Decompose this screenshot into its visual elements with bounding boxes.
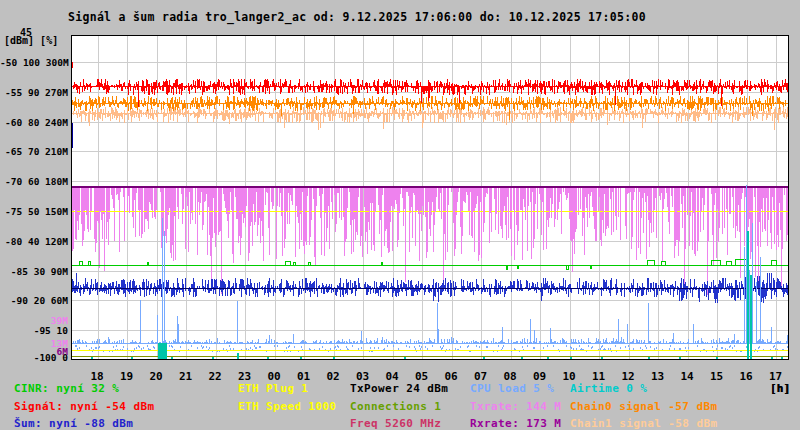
y-tick-label: -60 80 240M [0,117,68,128]
y-tick-label: -75 50 150M [0,206,68,217]
y-tick-label: -55 90 270M [0,87,68,98]
y-tick-label: -65 70 210M [0,146,68,157]
mrtg-signal-noise-page: Signál a šum radia tro_langer2_ac od: 9.… [0,0,800,430]
legend-item: ETH Speed 1000 [238,400,336,413]
side-value-label: 6M [0,346,68,357]
side-value-label: 39M [0,315,68,326]
x-tick-label: 20 [143,370,169,383]
legend-item: TxPower 24 dBm [350,382,448,395]
legend-item: Connections 1 [350,400,441,413]
y-tick-label: -50 100 300M [0,57,68,68]
legend-item: [h] [770,382,791,395]
legend-item: Rxrate: 173 M [470,417,561,430]
x-tick-label: 02 [320,370,346,383]
y-tick-label: -95 10 [0,325,68,336]
legend-item: Txrate: 144 M [470,400,561,413]
legend-item: Chain1 signal -58 dBm [570,417,717,430]
legend-item: Freq 5260 MHz [350,417,441,430]
legend-item: Signál: nyní -54 dBm [14,400,154,413]
page-title: Signál a šum radia tro_langer2_ac od: 9.… [68,10,646,24]
y-tick-label: -85 30 90M [0,266,68,277]
y-tick-label: -90 20 60M [0,295,68,306]
x-tick-label: 14 [674,370,700,383]
x-tick-label: 13 [645,370,671,383]
x-tick-label: 16 [733,370,759,383]
x-tick-label: 21 [173,370,199,383]
signal-noise-graph [71,35,789,360]
legend-item: ETH Plug 1 [238,382,308,395]
y-tick-label: -70 60 180M [0,176,68,187]
y-tick-label: -80 40 120M [0,236,68,247]
legend-item: CPU load 5 % [470,382,554,395]
legend-item: Šum: nyní -88 dBm [14,417,133,430]
y-axis-caption: [dBm] [%] [4,35,58,46]
legend-item: Chain0 signal -57 dBm [570,400,717,413]
legend-item: CINR: nyní 32 % [14,382,119,395]
x-tick-label: 22 [202,370,228,383]
legend-item: Airtime 0 % [570,382,647,395]
x-tick-label: 15 [704,370,730,383]
